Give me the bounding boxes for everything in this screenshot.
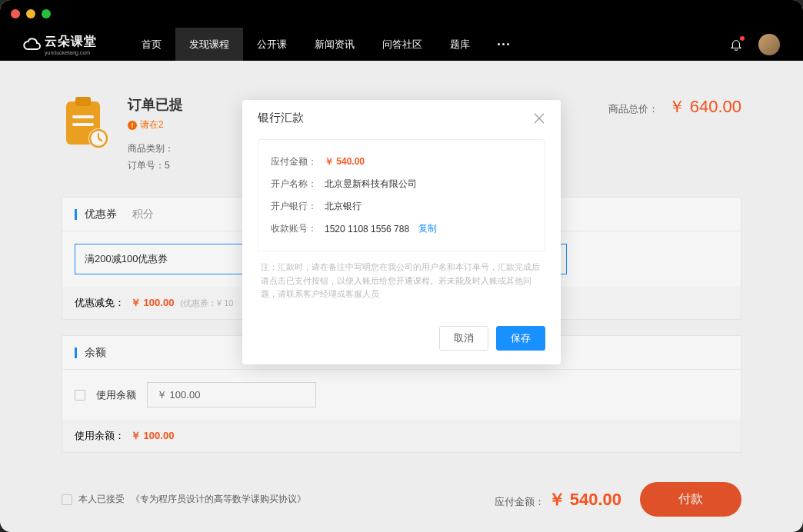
modal-close-button[interactable]: [533, 112, 545, 125]
close-icon: [533, 112, 545, 125]
modal-overlay[interactable]: 银行汇款 应付金额： ￥ 540.00 开户名称： 北京昱新科技有限公司: [0, 0, 803, 532]
modal-account-number: 1520 1108 1556 788: [325, 224, 409, 234]
copy-button[interactable]: 复制: [418, 222, 437, 235]
modal-title: 银行汇款: [258, 111, 304, 125]
modal-bank: 北京银行: [325, 200, 362, 213]
bank-info-box: 应付金额： ￥ 540.00 开户名称： 北京昱新科技有限公司 开户银行： 北京…: [258, 139, 545, 251]
modal-account-name: 北京昱新科技有限公司: [325, 178, 417, 191]
modal-amount: ￥ 540.00: [325, 155, 365, 168]
save-button[interactable]: 保存: [496, 326, 545, 351]
bank-transfer-modal: 银行汇款 应付金额： ￥ 540.00 开户名称： 北京昱新科技有限公司: [242, 100, 561, 364]
modal-note: 注：汇款时，请在备注中写明您在我公司的用户名和本订单号，汇款完成后请点击已支付按…: [258, 251, 545, 311]
cancel-button[interactable]: 取消: [439, 326, 488, 351]
